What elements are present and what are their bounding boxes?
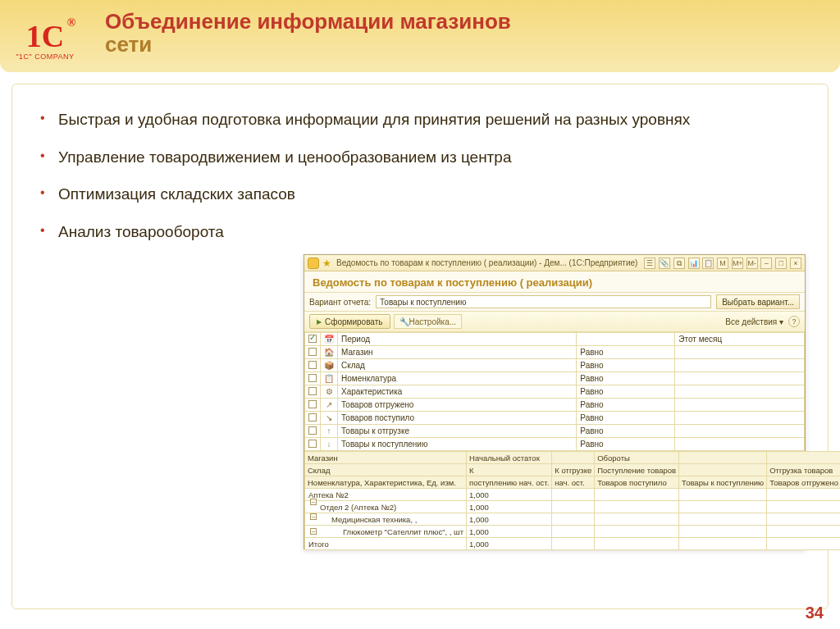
filter-operator[interactable]: Равно bbox=[577, 359, 675, 372]
row-label: Глюкометр "Сателлит плюс", , шт bbox=[305, 526, 467, 538]
row-label: Медицинская техника, , bbox=[305, 513, 467, 526]
filter-value[interactable] bbox=[675, 399, 805, 412]
filter-icon: ↗ bbox=[321, 399, 338, 412]
settings-button[interactable]: 🔧 Настройка... bbox=[394, 314, 463, 329]
filter-label: Товаров отгружено bbox=[338, 399, 577, 412]
row-value: 1,000 bbox=[467, 538, 552, 550]
checkbox[interactable] bbox=[308, 387, 317, 395]
report-header: Склад bbox=[305, 464, 467, 476]
row-value: 1,000 bbox=[467, 513, 552, 526]
filter-icon: ⚙ bbox=[321, 385, 338, 399]
slide-title: Объединение информации магазинов bbox=[105, 10, 511, 34]
report-header bbox=[767, 452, 840, 464]
checkbox[interactable] bbox=[308, 413, 317, 422]
tb-btn-mp[interactable]: M+ bbox=[732, 258, 743, 269]
report-header: К bbox=[467, 464, 552, 476]
filter-operator[interactable]: Равно bbox=[577, 346, 675, 359]
tb-btn[interactable]: ☰ bbox=[644, 258, 655, 269]
filter-row[interactable]: ⚙ХарактеристикаРавно bbox=[305, 385, 805, 399]
filter-operator[interactable]: Равно bbox=[577, 438, 675, 451]
filter-row[interactable]: ↘Товаров поступилоРавно bbox=[305, 412, 805, 425]
filter-label: Магазин bbox=[338, 346, 577, 359]
filter-operator[interactable] bbox=[577, 333, 675, 346]
filter-value[interactable] bbox=[675, 346, 805, 359]
filter-operator[interactable]: Равно bbox=[577, 385, 675, 399]
report-row[interactable]: Аптека №21,000 bbox=[305, 489, 841, 501]
report-header: Поступление товаров bbox=[595, 464, 679, 476]
report-header bbox=[552, 452, 595, 464]
filter-row[interactable]: ↗Товаров отгруженоРавно bbox=[305, 399, 805, 412]
variant-input[interactable] bbox=[376, 295, 711, 308]
filter-value[interactable] bbox=[675, 438, 805, 451]
report-row[interactable]: Отдел 2 (Аптека №2)1,000 bbox=[305, 501, 841, 513]
tb-btn[interactable]: 📋 bbox=[702, 258, 714, 269]
filter-value[interactable] bbox=[675, 412, 805, 425]
tb-btn[interactable]: ⧉ bbox=[673, 258, 685, 269]
close-icon[interactable]: × bbox=[790, 258, 801, 269]
bullet-item: Управление товародвижением и ценообразов… bbox=[34, 147, 810, 168]
tb-btn-m[interactable]: M bbox=[717, 258, 728, 269]
checkbox[interactable] bbox=[308, 361, 317, 369]
checkbox[interactable] bbox=[308, 400, 317, 408]
filter-label: Номенклатура bbox=[338, 372, 577, 385]
tree-expand-handles[interactable]: ––– bbox=[310, 499, 326, 544]
tb-btn[interactable]: 📎 bbox=[659, 258, 670, 269]
checkbox[interactable] bbox=[308, 335, 317, 343]
minimize-icon[interactable]: – bbox=[760, 258, 772, 269]
filter-label: Товаров поступило bbox=[338, 412, 577, 425]
row-label: Итого bbox=[305, 538, 467, 550]
filter-row[interactable]: 🏠МагазинРавно bbox=[305, 346, 805, 359]
report-header bbox=[679, 464, 767, 476]
page-number: 34 bbox=[806, 604, 824, 622]
filter-icon: 📋 bbox=[321, 372, 338, 385]
report-header: Номенклатура, Характеристика, Ед. изм. bbox=[305, 476, 467, 489]
bullet-item: Оптимизация складских запасов bbox=[34, 184, 810, 205]
report-table: МагазинНачальный остатокОборотыКСкладКК … bbox=[304, 451, 840, 550]
checkbox[interactable] bbox=[308, 374, 317, 382]
report-header: К отгрузке bbox=[552, 464, 595, 476]
checkbox[interactable] bbox=[308, 348, 317, 356]
report-header: Товары к поступлению bbox=[679, 476, 767, 489]
report-header: Отгрузка товаров bbox=[767, 464, 840, 476]
filter-operator[interactable]: Равно bbox=[577, 372, 675, 385]
filter-icon: 🏠 bbox=[321, 346, 338, 359]
row-label: Аптека №2 bbox=[305, 489, 467, 501]
filter-value[interactable] bbox=[675, 359, 805, 372]
filter-row[interactable]: ↑Товары к отгрузкеРавно bbox=[305, 425, 805, 438]
filter-icon: ↑ bbox=[321, 425, 338, 438]
checkbox[interactable] bbox=[308, 426, 317, 435]
filter-row[interactable]: 📦СкладРавно bbox=[305, 359, 805, 372]
filter-operator[interactable]: Равно bbox=[577, 425, 675, 438]
app-titlebar: ★ Ведомость по товарам к поступлению ( р… bbox=[304, 255, 805, 271]
filter-row[interactable]: ↓Товары к поступлениюРавно bbox=[305, 438, 805, 451]
filter-value[interactable] bbox=[675, 372, 805, 385]
tb-btn-mm[interactable]: M- bbox=[746, 258, 758, 269]
slide-header: 1C® "1C" COMPANY Объединение информации … bbox=[0, 0, 840, 72]
star-icon[interactable]: ★ bbox=[322, 258, 331, 269]
filter-label: Характеристика bbox=[338, 385, 577, 399]
filter-label: Период bbox=[338, 333, 577, 346]
filter-row[interactable]: 📋НоменклатураРавно bbox=[305, 372, 805, 385]
bullet-item: Быстрая и удобная подготовка информации … bbox=[34, 109, 810, 130]
help-icon[interactable]: ? bbox=[788, 316, 800, 327]
checkbox[interactable] bbox=[308, 440, 317, 448]
all-actions-menu[interactable]: Все действия ▾ bbox=[725, 317, 783, 326]
maximize-icon[interactable]: □ bbox=[775, 258, 787, 269]
filter-value[interactable]: Этот месяц bbox=[675, 333, 805, 346]
form-button[interactable]: Сформировать bbox=[309, 314, 390, 329]
select-variant-button[interactable]: Выбрать вариант... bbox=[716, 294, 800, 309]
filter-row[interactable]: 📅ПериодЭтот месяц bbox=[305, 333, 805, 346]
report-row[interactable]: Глюкометр "Сателлит плюс", , шт1,000 bbox=[305, 526, 841, 538]
filter-operator[interactable]: Равно bbox=[577, 399, 675, 412]
report-row[interactable]: Итого1,000 bbox=[305, 538, 841, 550]
filter-table: 📅ПериодЭтот месяц🏠МагазинРавно📦СкладРавн… bbox=[304, 332, 805, 451]
titlebar-buttons: ☰ 📎 ⧉ 📊 📋 M M+ M- – □ × bbox=[643, 258, 801, 269]
slide-subtitle: сети bbox=[105, 33, 511, 57]
filter-label: Товары к отгрузке bbox=[338, 425, 577, 438]
tb-btn[interactable]: 📊 bbox=[688, 258, 700, 269]
filter-operator[interactable]: Равно bbox=[577, 412, 675, 425]
filter-value[interactable] bbox=[675, 425, 805, 438]
filter-value[interactable] bbox=[675, 385, 805, 399]
row-value: 1,000 bbox=[467, 501, 552, 513]
report-row[interactable]: Медицинская техника, ,1,000 bbox=[305, 513, 841, 526]
